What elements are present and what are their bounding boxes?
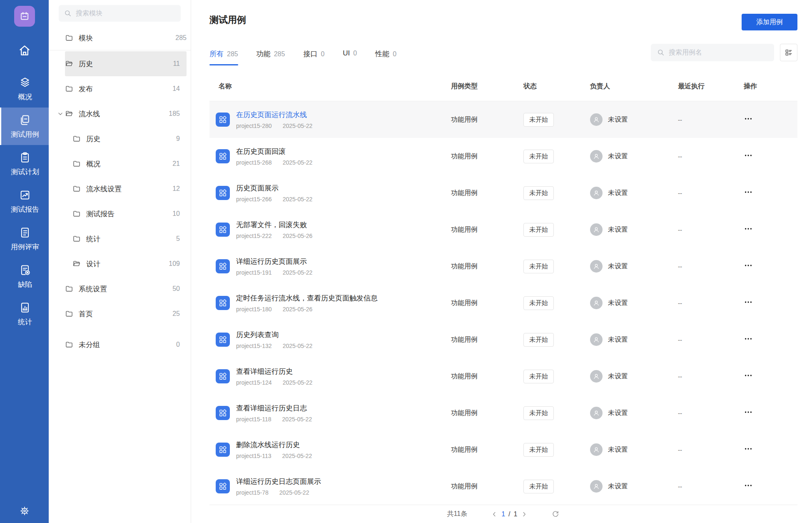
case-type-icon xyxy=(216,223,230,237)
tree-item-label: 统计 xyxy=(86,234,100,244)
case-type-icon xyxy=(216,369,230,383)
tree-item[interactable]: 历史9 xyxy=(65,126,187,151)
case-title-link[interactable]: 在历史页面运行流水线 xyxy=(236,110,312,120)
tree-item[interactable]: 首页25 xyxy=(65,301,187,326)
next-page-icon[interactable] xyxy=(521,510,528,518)
tree-item[interactable]: 历史11 xyxy=(65,51,187,76)
tab-接口[interactable]: 接口0 xyxy=(303,49,324,65)
add-case-button[interactable]: 添加用例 xyxy=(742,14,797,30)
tab-功能[interactable]: 功能285 xyxy=(257,49,285,65)
sidebar-item-4[interactable]: 测试报告 xyxy=(0,183,49,220)
report-icon xyxy=(19,189,31,201)
case-type-tabs: 所有285功能285接口0UI0性能0 xyxy=(209,49,396,65)
case-title-link[interactable]: 查看详细运行历史 xyxy=(236,367,312,376)
sidebar-item-home[interactable] xyxy=(0,41,49,60)
app-logo[interactable] xyxy=(14,6,35,27)
status-badge: 未开始 xyxy=(523,406,554,420)
more-icon[interactable] xyxy=(744,114,753,123)
more-icon[interactable] xyxy=(744,481,753,490)
sidebar-item-5[interactable]: 用例评审 xyxy=(0,220,49,258)
case-title-link[interactable]: 查看详细运行历史日志 xyxy=(236,403,312,413)
row-actions xyxy=(744,444,797,455)
sidebar-item-7[interactable]: 统计 xyxy=(0,295,49,333)
sidebar-item-3[interactable]: 测试计划 xyxy=(0,145,49,183)
person-icon xyxy=(593,446,600,453)
owner-label: 未设置 xyxy=(608,225,628,234)
case-title-link[interactable]: 历史列表查询 xyxy=(236,330,312,340)
recent-execution: -- xyxy=(678,483,744,490)
table-row: 详细运行历史页面展示project15-1912025-05-22功能用例未开始… xyxy=(209,248,797,285)
view-toggle-button[interactable] xyxy=(780,44,797,61)
case-title-link[interactable]: 详细运行历史页面展示 xyxy=(236,257,312,266)
case-title-link[interactable]: 历史页面展示 xyxy=(236,183,312,193)
more-icon[interactable] xyxy=(744,188,753,197)
tree-item-count: 109 xyxy=(169,260,180,268)
table-row: 无部署文件，回滚失败project15-2222025-05-26功能用例未开始… xyxy=(209,211,797,248)
status-badge: 未开始 xyxy=(523,113,554,127)
grid-icon xyxy=(218,335,227,344)
tree-item[interactable]: 未分组0 xyxy=(65,332,187,357)
page-title: 测试用例 xyxy=(209,14,246,26)
more-icon[interactable] xyxy=(744,224,753,233)
more-icon[interactable] xyxy=(744,151,753,160)
case-title-link[interactable]: 在历史页面回滚 xyxy=(236,147,312,156)
prev-page-icon[interactable] xyxy=(491,510,498,518)
tab-所有[interactable]: 所有285 xyxy=(209,49,238,65)
case-date: 2025-05-26 xyxy=(283,233,313,239)
tree-item-label: 发布 xyxy=(79,84,93,94)
case-title-link[interactable]: 定时任务运行流水线，查看历史页面触发信息 xyxy=(236,293,378,303)
case-title-link[interactable]: 无部署文件，回滚失败 xyxy=(236,220,312,230)
tree-root-module[interactable]: 模块 285 xyxy=(65,26,187,50)
refresh-icon[interactable] xyxy=(551,510,560,518)
tree-item[interactable]: 系统设置50 xyxy=(65,276,187,301)
sidebar-item-2[interactable]: 测试用例 xyxy=(0,108,49,145)
name-cell: 无部署文件，回滚失败project15-2222025-05-26 xyxy=(209,220,451,239)
folder-open-icon xyxy=(72,260,81,268)
case-search-input[interactable] xyxy=(669,49,768,56)
grid-icon xyxy=(218,372,227,381)
tree-item[interactable]: 流水线设置12 xyxy=(65,176,187,201)
tab-UI[interactable]: UI0 xyxy=(343,49,357,65)
table-row: 删除流水线运行历史project15-1132025-05-22功能用例未开始未… xyxy=(209,431,797,468)
search-icon xyxy=(657,48,665,57)
more-icon[interactable] xyxy=(744,408,753,417)
status-cell: 未开始 xyxy=(523,296,590,310)
case-subtitle: project15-2222025-05-26 xyxy=(236,233,312,239)
column-header-owner: 负责人 xyxy=(590,82,678,91)
tab-性能[interactable]: 性能0 xyxy=(375,49,396,65)
more-icon[interactable] xyxy=(744,371,753,380)
tree-item[interactable]: 测试报告10 xyxy=(65,201,187,226)
case-title-link[interactable]: 删除流水线运行历史 xyxy=(236,440,312,450)
more-icon[interactable] xyxy=(744,261,753,270)
case-title-link[interactable]: 详细运行历史日志页面展示 xyxy=(236,477,321,486)
more-icon[interactable] xyxy=(744,298,753,307)
tree-item[interactable]: 设计109 xyxy=(65,251,187,276)
tree-item[interactable]: 概况21 xyxy=(65,151,187,176)
tree-item[interactable]: 发布14 xyxy=(65,76,187,101)
grid-icon xyxy=(218,298,227,308)
case-type: 功能用例 xyxy=(451,445,523,454)
more-icon[interactable] xyxy=(744,334,753,343)
sidebar-item-settings[interactable] xyxy=(0,505,49,516)
grid-icon xyxy=(218,408,227,418)
avatar xyxy=(590,150,603,163)
tree-item-label: 流水线 xyxy=(79,109,100,119)
folder-open-icon xyxy=(65,60,73,68)
case-date: 2025-05-26 xyxy=(283,306,313,313)
tree-item[interactable]: 统计5 xyxy=(65,226,187,251)
sidebar-item-6[interactable]: 缺陷 xyxy=(0,258,49,295)
owner-label: 未设置 xyxy=(608,482,628,491)
case-search-box[interactable] xyxy=(651,44,774,61)
column-header-recent: 最近执行 xyxy=(678,82,744,91)
case-id: project15-124 xyxy=(236,379,272,386)
more-icon[interactable] xyxy=(744,444,753,453)
tree-item[interactable]: 流水线185 xyxy=(65,101,187,126)
module-tree-panel: 模块 285 历史11发布14流水线185历史9概况21流水线设置12测试报告1… xyxy=(49,0,191,523)
list-view-icon xyxy=(785,48,793,57)
tree-item-label: 系统设置 xyxy=(79,284,107,294)
pagination: 共11条 1 / 1 xyxy=(209,505,797,523)
sidebar-item-1[interactable]: 概况 xyxy=(0,70,49,108)
name-cell: 历史页面展示project15-2662025-05-22 xyxy=(209,183,451,203)
module-search-input[interactable] xyxy=(76,10,176,17)
module-search-box[interactable] xyxy=(59,5,181,22)
